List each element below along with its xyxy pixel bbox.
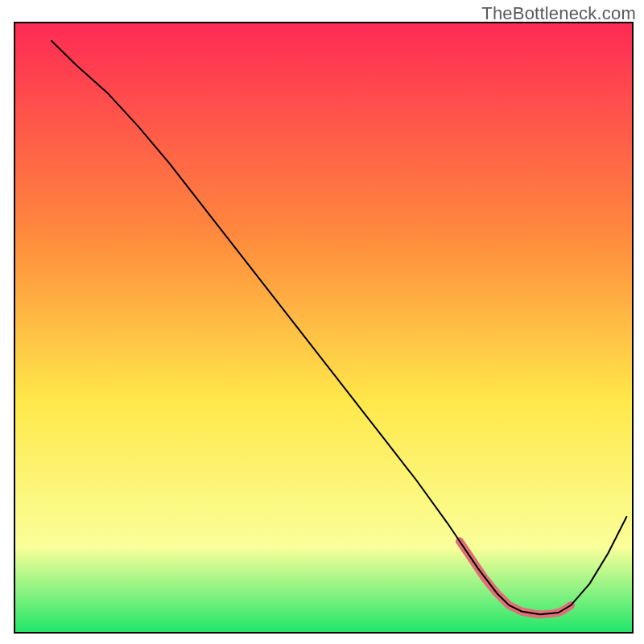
bottleneck-chart <box>0 0 644 644</box>
watermark-text: TheBottleneck.com <box>481 3 636 24</box>
chart-background <box>14 23 633 633</box>
chart-stage: TheBottleneck.com <box>0 0 644 644</box>
